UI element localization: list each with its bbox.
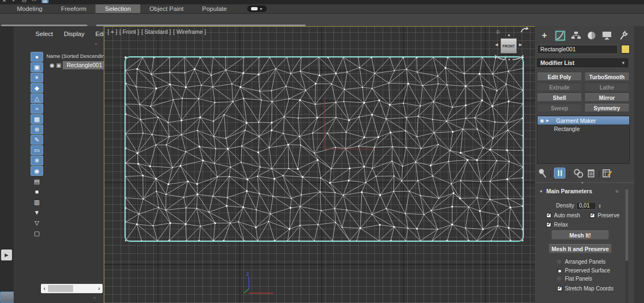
front-viewport[interactable]: Z [ + ] [ Front ] [ Standard ] [ Wirefra… xyxy=(104,26,535,303)
filter-disabled-icon[interactable]: ▼ xyxy=(31,207,43,217)
tab-hierarchy[interactable] xyxy=(570,29,582,41)
remove-modifier-icon[interactable] xyxy=(587,168,595,178)
display-geometry-icon[interactable]: ● xyxy=(31,52,43,62)
ribbon-tab-object-paint[interactable]: Object Paint xyxy=(140,4,193,13)
preserved-surface-radio[interactable]: Preserved Surface xyxy=(557,268,610,274)
modifier-quick-button[interactable]: TurboSmooth xyxy=(585,73,629,81)
checkbox-box[interactable] xyxy=(557,286,562,291)
show-end-result-icon[interactable] xyxy=(554,168,565,179)
scrollbar-thumb[interactable] xyxy=(48,285,73,292)
display-bones-icon[interactable]: ✎ xyxy=(31,135,43,145)
viewport-menu-pov[interactable]: [ Front ] xyxy=(120,28,139,35)
align-tool-icon[interactable]: + xyxy=(12,0,15,3)
object-color-swatch[interactable] xyxy=(621,45,630,54)
stretch-map-coords-checkbox[interactable]: Stretch Map Coords xyxy=(557,286,613,292)
rollout-collapse-icon[interactable]: ▼ xyxy=(539,189,543,193)
ribbon-tab-selection[interactable]: Selection xyxy=(96,4,140,13)
make-unique-icon[interactable] xyxy=(573,169,584,178)
blank-swatch-icon[interactable]: ■ xyxy=(31,187,43,197)
density-spinner[interactable]: ▲▼ xyxy=(597,202,603,210)
viewcube-roll-arrows-icon[interactable] xyxy=(494,54,524,61)
modifier-quick-button[interactable]: Lathe xyxy=(585,83,629,91)
rollout-header[interactable]: ▼ Main Parameters xyxy=(539,188,592,194)
rollout-divider[interactable]: ▼ xyxy=(535,182,634,185)
scrollbar-thumb[interactable] xyxy=(625,189,628,261)
display-shapes-icon[interactable]: ▣ xyxy=(31,62,43,72)
auto-mesh-checkbox[interactable]: Auto mesh xyxy=(546,212,580,218)
tab-modify[interactable] xyxy=(554,29,566,41)
expand-arrow-icon[interactable]: ▶ xyxy=(546,118,549,123)
modifier-quick-button[interactable]: Sweep xyxy=(537,104,582,112)
mesh-it-button[interactable]: Mesh It! xyxy=(551,230,609,240)
scene-object-row[interactable]: ◉ ▣ Rectangle001 xyxy=(50,61,106,69)
modifier-quick-button[interactable]: Mirror xyxy=(585,93,629,102)
stack-item-garment-maker[interactable]: ◉▶ Garment Maker xyxy=(538,116,629,124)
ribbon-tab-freeform[interactable]: Freeform xyxy=(52,4,96,13)
stack-item-rectangle[interactable]: Rectangle xyxy=(538,124,629,133)
mesh-it-and-preserve-button[interactable]: Mesh It and Preserve xyxy=(548,244,612,253)
ribbon-tab-populate[interactable]: Populate xyxy=(193,4,236,13)
relax-checkbox[interactable]: Relax xyxy=(546,222,568,228)
mirror-tool-icon[interactable]: ✕ xyxy=(2,0,7,3)
radio-dot[interactable] xyxy=(557,268,562,273)
command-panel-scrollbar[interactable] xyxy=(625,188,628,303)
radio-dot[interactable] xyxy=(557,276,562,281)
more-tools-icon[interactable]: ⋯ xyxy=(32,0,37,3)
checkbox-box[interactable] xyxy=(590,213,595,218)
checkbox-box[interactable] xyxy=(546,222,551,227)
viewcube-home-icon[interactable]: ⌂ xyxy=(496,28,500,34)
display-xrefs-icon[interactable]: ⊕ xyxy=(31,124,43,134)
visibility-eye-icon[interactable]: ◉ xyxy=(50,62,55,68)
new-container-icon[interactable]: ▢ xyxy=(31,228,43,238)
modifier-quick-button[interactable]: Extrude xyxy=(537,83,582,91)
menu-select[interactable]: Select xyxy=(35,31,53,37)
viewcube-arrow-right-icon[interactable]: ▶ xyxy=(519,43,522,47)
display-groups-icon[interactable]: ▩ xyxy=(31,114,43,124)
ribbon-display-options-button[interactable]: ▼ xyxy=(247,5,267,12)
modifier-list-dropdown[interactable]: Modifier List ▼ xyxy=(537,58,628,67)
object-name-field[interactable]: Rectangle001 xyxy=(537,45,618,54)
layer-manager-icon[interactable]: ▭ xyxy=(22,0,27,3)
density-input[interactable]: 0,01 xyxy=(576,202,596,210)
modifier-quick-button[interactable]: Symmetry xyxy=(585,104,629,112)
checkbox-box[interactable] xyxy=(546,213,551,218)
tab-create[interactable]: + xyxy=(539,29,550,41)
preserve-checkbox[interactable]: Preserve xyxy=(590,212,619,218)
display-frozen-icon[interactable]: ❄ xyxy=(31,156,43,165)
configure-modifier-sets-icon[interactable] xyxy=(603,169,612,178)
scroll-left-icon[interactable]: ‹ xyxy=(41,286,48,292)
viewcube-front-face[interactable]: FRONT xyxy=(500,38,517,54)
viewport-menu-shading[interactable]: [ Wireframe ] xyxy=(173,28,206,35)
ribbon-tab-modeling[interactable]: Modeling xyxy=(8,4,52,13)
display-hidden-icon[interactable]: ◉ xyxy=(31,166,43,176)
object-name-label[interactable]: Rectangle001 xyxy=(63,61,106,69)
modifier-stack[interactable]: ◉▶ Garment Maker Rectangle xyxy=(537,116,630,164)
flat-panels-radio[interactable]: Flat Panels xyxy=(557,276,592,282)
modifier-quick-button[interactable]: Edit Poly xyxy=(537,73,582,81)
display-containers-icon[interactable]: ▭ xyxy=(31,145,43,155)
display-lights-icon[interactable]: ☀ xyxy=(31,73,43,82)
arranged-panels-radio[interactable]: Arranged Panels xyxy=(557,259,606,265)
viewport-menu-general[interactable]: [ + ] xyxy=(108,28,117,35)
properties-view-icon[interactable]: ▥ xyxy=(31,197,43,207)
viewport-menu-renderer[interactable]: [ Standard ] xyxy=(141,28,171,35)
display-spacewarps-icon[interactable]: ≈ xyxy=(31,104,43,114)
scene-explorer-toggle-icon[interactable]: ▦ xyxy=(41,0,49,3)
viewcube-arrow-up-icon[interactable]: ▲ xyxy=(507,33,511,37)
explorer-horizontal-scrollbar[interactable]: ‹ › xyxy=(41,284,103,293)
scroll-right-icon[interactable]: › xyxy=(96,286,103,292)
filter-icon[interactable]: ▽ xyxy=(31,218,43,228)
radio-dot[interactable] xyxy=(557,259,562,264)
tab-motion[interactable] xyxy=(586,29,597,41)
pin-stack-icon[interactable] xyxy=(538,168,547,178)
menu-overflow-indicator[interactable]: » xyxy=(95,41,97,46)
viewcube-rotate-icon[interactable] xyxy=(520,27,529,33)
viewcube-arrow-left-icon[interactable]: ◀ xyxy=(495,43,498,47)
modifier-quick-button[interactable]: Shell xyxy=(537,93,582,102)
tab-display[interactable] xyxy=(601,29,613,41)
menu-display[interactable]: Display xyxy=(64,31,85,37)
name-column-header[interactable]: Name (Sorted Descending) xyxy=(46,53,103,59)
expand-panel-button[interactable]: ▶ xyxy=(1,249,12,260)
modifier-visibility-icon[interactable]: ◉ xyxy=(540,118,544,123)
display-cameras-icon[interactable]: ◆ xyxy=(31,83,43,93)
